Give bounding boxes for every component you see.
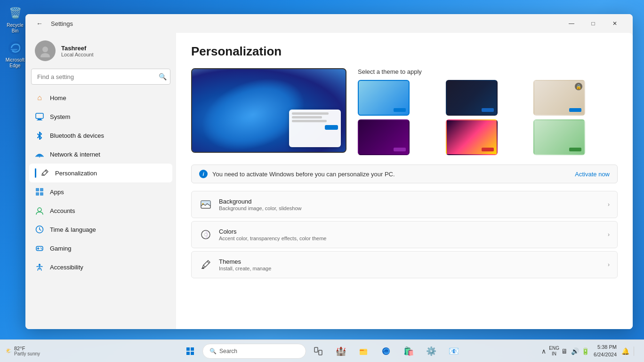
task-view-button[interactable] [308, 343, 329, 360]
edge-label: MicrosoftEdge [6, 57, 25, 69]
window-title: Settings [51, 20, 73, 27]
search-input[interactable] [31, 69, 170, 85]
recycle-bin-icon: 🗑️ [7, 5, 24, 22]
display-icon[interactable]: 🖥 [560, 346, 569, 356]
weather-info: 82°F Partly sunny [14, 346, 40, 356]
taskbar-weather[interactable]: 🌤️ 82°F Partly sunny [6, 346, 40, 356]
svg-point-16 [39, 264, 40, 266]
taskbar-center: 🔍 Search 🏰 [180, 343, 464, 360]
nav-bluetooth[interactable]: Bluetooth & devices [29, 126, 172, 145]
desktop-icon-edge[interactable]: MicrosoftEdge [4, 39, 26, 69]
language-indicator[interactable]: ENGIN [549, 346, 559, 356]
taskbar-castle-app[interactable]: 🏰 [330, 343, 351, 360]
nav-time-label: Time & language [50, 226, 96, 233]
themes-desc: Install, create, manage [219, 266, 271, 271]
svg-point-21 [204, 233, 207, 236]
settings-item-colors[interactable]: Colors Accent color, transparency effect… [191, 221, 618, 248]
minimize-button[interactable]: — [561, 16, 582, 31]
theme-option-4[interactable] [358, 119, 410, 155]
taskbar-clock[interactable]: 5:38 PM 6/24/2024 [594, 344, 617, 358]
accounts-icon [35, 206, 44, 215]
svg-rect-22 [201, 268, 204, 269]
nav-accessibility[interactable]: Accessibility [29, 258, 172, 276]
clock-time: 5:38 PM [594, 344, 617, 351]
show-desktop-icon[interactable] [634, 346, 638, 356]
taskbar-left: 🌤️ 82°F Partly sunny [6, 346, 40, 356]
battery-icon[interactable]: 🔋 [580, 346, 590, 356]
taskbar-settings-app[interactable]: ⚙️ [421, 343, 442, 360]
theme-option-5[interactable] [446, 119, 498, 155]
maximize-button[interactable]: □ [583, 16, 604, 31]
svg-rect-9 [36, 192, 39, 196]
network-icon [35, 150, 44, 159]
start-button[interactable] [180, 343, 201, 360]
settings-window: ← Settings — □ ✕ [25, 14, 633, 329]
desktop-icon-recycle-bin[interactable]: 🗑️ Recycle Bin [4, 5, 26, 34]
nav-home[interactable]: ⌂ Home [29, 88, 172, 107]
svg-rect-8 [40, 188, 43, 191]
svg-rect-25 [186, 352, 190, 355]
svg-point-11 [38, 208, 41, 212]
svg-rect-7 [36, 188, 39, 191]
svg-point-1 [42, 47, 48, 52]
nav-accounts[interactable]: Accounts [29, 201, 172, 220]
back-button[interactable]: ← [33, 17, 46, 30]
activate-now-link[interactable]: Activate now [575, 171, 610, 178]
taskbar-store-app[interactable]: 🛍️ [398, 343, 419, 360]
settings-item-background[interactable]: Background Background image, color, slid… [191, 191, 618, 218]
svg-rect-24 [191, 347, 194, 351]
apps-icon [35, 187, 44, 197]
sidebar-search: 🔍 [31, 69, 170, 85]
settings-list: Background Background image, color, slid… [191, 191, 618, 280]
theme-option-2[interactable] [446, 80, 498, 116]
page-title: Personalization [191, 44, 618, 59]
nav-accounts-label: Accounts [50, 207, 75, 214]
preview-line-3 [292, 120, 327, 122]
volume-icon[interactable]: 🔊 [570, 346, 580, 356]
gaming-icon [35, 244, 44, 253]
chevron-up-icon[interactable]: ∧ [539, 346, 548, 356]
theme-section: Select a theme to apply 🔒 [191, 68, 618, 155]
nav-bluetooth-label: Bluetooth & devices [50, 132, 104, 139]
avatar [35, 40, 56, 61]
home-icon: ⌂ [35, 93, 44, 102]
colors-desc: Accent color, transparency effects, colo… [219, 236, 326, 241]
accessibility-icon [35, 262, 44, 272]
user-profile[interactable]: Tashreef Local Account [29, 33, 172, 69]
user-info: Tashreef Local Account [61, 45, 94, 57]
themes-title: Themes [219, 258, 271, 265]
taskbar-outlook-app[interactable]: 📧 [443, 343, 464, 360]
taskbar-right: ∧ ENGIN 🖥 🔊 🔋 5:38 PM 6/24/2024 🔔 [539, 344, 638, 358]
themes-text: Themes Install, create, manage [219, 258, 271, 271]
bluetooth-icon [35, 131, 44, 140]
weather-desc: Partly sunny [14, 351, 40, 356]
nav-apps-label: Apps [50, 189, 64, 196]
nav-system-label: System [50, 113, 70, 120]
nav-personalization[interactable]: Personalization [29, 164, 172, 182]
theme-option-3[interactable]: 🔒 [533, 80, 585, 116]
nav-gaming[interactable]: Gaming [29, 239, 172, 258]
nav-time[interactable]: Time & language [29, 220, 172, 239]
themes-icon [199, 258, 212, 271]
theme-preview [191, 68, 346, 155]
theme-select-title: Select a theme to apply [358, 68, 618, 75]
close-button[interactable]: ✕ [604, 16, 625, 31]
title-bar-left: ← Settings [33, 17, 73, 30]
taskbar-files-app[interactable] [353, 343, 374, 360]
settings-item-background-left: Background Background image, color, slid… [199, 198, 301, 211]
search-icon: 🔍 [209, 348, 217, 354]
notification-icon[interactable]: 🔔 [620, 346, 630, 356]
nav-apps[interactable]: Apps [29, 182, 172, 201]
nav-network[interactable]: Network & internet [29, 145, 172, 164]
theme-grid: 🔒 [358, 80, 618, 155]
preview-line-1 [292, 112, 329, 115]
background-icon [199, 198, 212, 211]
theme-option-1[interactable] [358, 80, 410, 116]
settings-item-themes[interactable]: Themes Install, create, manage › [191, 251, 618, 278]
svg-rect-28 [319, 350, 322, 355]
taskbar-edge-app[interactable] [376, 343, 396, 360]
background-chevron-icon: › [608, 201, 610, 208]
nav-system[interactable]: System [29, 107, 172, 126]
theme-option-6[interactable] [533, 119, 585, 155]
taskbar-search[interactable]: 🔍 Search [202, 344, 306, 359]
